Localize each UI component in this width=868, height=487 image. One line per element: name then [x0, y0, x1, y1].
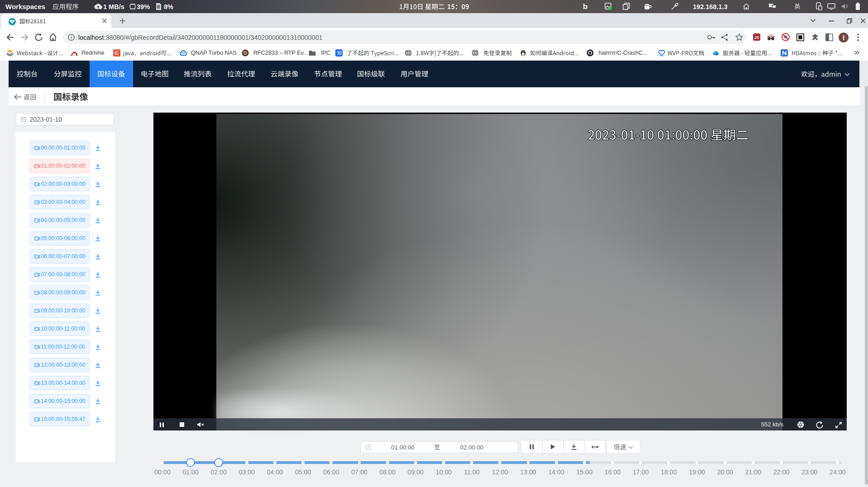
svg-text:C: C — [115, 50, 119, 56]
svg-text:WVP-PRO: WVP-PRO — [659, 55, 664, 57]
svg-text:JS: JS — [754, 35, 759, 40]
